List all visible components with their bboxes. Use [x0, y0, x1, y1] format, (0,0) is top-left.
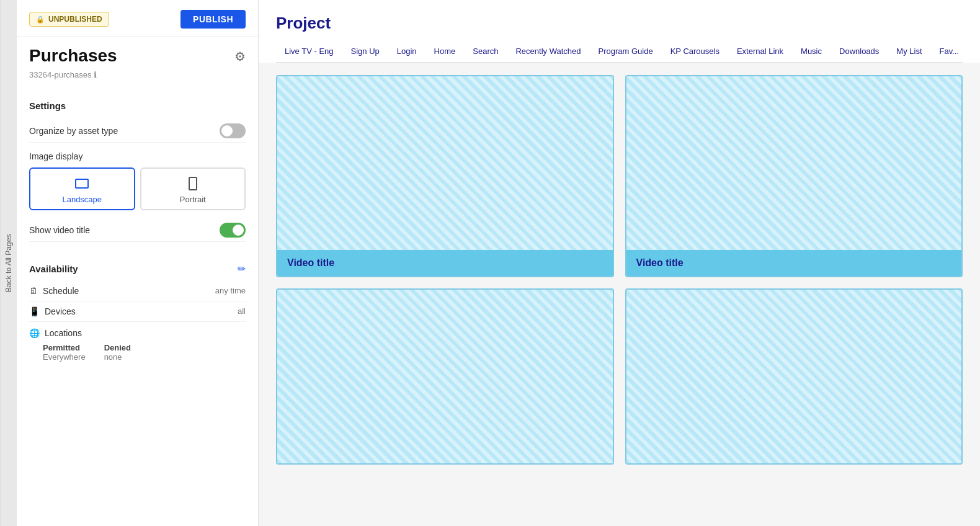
- video-card[interactable]: [276, 288, 614, 465]
- publish-button[interactable]: PUBLISH: [180, 10, 246, 29]
- image-display-section: Image display Landscape Portrait: [29, 151, 246, 210]
- top-bar: 🔒 UNPUBLISHED PUBLISH: [17, 0, 258, 37]
- nav-tab-live-tv---eng[interactable]: Live TV - Eng: [276, 42, 342, 62]
- video-card[interactable]: Video title: [625, 75, 963, 277]
- calendar-icon: 🗓: [29, 286, 38, 296]
- nav-tab-external-link[interactable]: External Link: [728, 42, 792, 62]
- organize-by-asset-row: Organize by asset type: [29, 120, 246, 143]
- devices-row: 📱 Devices all: [29, 301, 246, 322]
- landscape-button[interactable]: Landscape: [29, 167, 135, 210]
- project-title: Project: [276, 14, 963, 33]
- lock-icon: 🔒: [36, 16, 45, 24]
- show-video-title-toggle[interactable]: [220, 223, 246, 238]
- video-title-bar: Video title: [277, 250, 613, 276]
- denied-block: Denied none: [104, 343, 131, 362]
- nav-tab-music[interactable]: Music: [792, 42, 831, 62]
- info-icon: ℹ: [94, 70, 97, 79]
- video-thumbnail: [626, 76, 962, 250]
- panel-header: Purchases ⚙: [17, 37, 258, 69]
- nav-tab-login[interactable]: Login: [388, 42, 425, 62]
- nav-tab-my-list[interactable]: My List: [888, 42, 930, 62]
- availability-header: Availability ✏: [29, 263, 246, 275]
- project-header: Project Live TV - EngSign UpLoginHomeSea…: [259, 0, 980, 63]
- portrait-button[interactable]: Portrait: [140, 167, 246, 210]
- main-area: Project Live TV - EngSign UpLoginHomeSea…: [259, 0, 980, 526]
- locations-label: Locations: [45, 328, 82, 338]
- nav-tabs: Live TV - EngSign UpLoginHomeSearchRecen…: [276, 42, 963, 63]
- nav-tab-search[interactable]: Search: [464, 42, 507, 62]
- left-panel: 🔒 UNPUBLISHED PUBLISH Purchases ⚙ 33264-…: [17, 0, 259, 526]
- video-thumbnail: [626, 290, 962, 463]
- availability-title: Availability: [29, 264, 78, 274]
- settings-section: Settings Organize by asset type Image di…: [17, 89, 258, 242]
- schedule-value: any time: [215, 286, 246, 295]
- video-title-bar: Video title: [626, 250, 962, 276]
- devices-label: Devices: [45, 306, 76, 316]
- nav-tab-program-guide[interactable]: Program Guide: [590, 42, 662, 62]
- status-text: UNPUBLISHED: [48, 15, 102, 24]
- permitted-block: Permitted Everywhere: [43, 343, 86, 362]
- svg-rect-1: [189, 177, 197, 190]
- locations-block: 🌐 Locations Permitted Everywhere Denied …: [29, 322, 246, 362]
- permitted-value: Everywhere: [43, 352, 86, 362]
- page-id: 33264-purchases ℹ: [17, 69, 258, 89]
- schedule-label: Schedule: [43, 286, 79, 296]
- nav-tab-home[interactable]: Home: [425, 42, 465, 62]
- video-thumbnail: [277, 76, 613, 250]
- denied-label: Denied: [104, 343, 131, 352]
- content-area: Video titleVideo title: [259, 63, 980, 526]
- nav-tab-kp-carousels[interactable]: KP Carousels: [662, 42, 728, 62]
- show-video-title-row: Show video title: [29, 219, 246, 242]
- settings-title: Settings: [29, 100, 246, 111]
- organize-toggle[interactable]: [220, 123, 246, 138]
- svg-rect-0: [76, 179, 88, 188]
- globe-icon: 🌐: [29, 328, 40, 338]
- image-display-label: Image display: [29, 151, 246, 161]
- show-video-title-slider: [220, 223, 246, 238]
- page-title: Purchases: [29, 45, 117, 66]
- nav-tab-fav[interactable]: Fav...: [931, 42, 963, 62]
- landscape-icon: [74, 176, 89, 191]
- video-card[interactable]: Video title: [276, 75, 614, 277]
- devices-value: all: [238, 306, 246, 316]
- back-to-all-pages-tab[interactable]: Back to All Pages: [0, 0, 17, 526]
- image-display-options: Landscape Portrait: [29, 167, 246, 210]
- back-tab-label: Back to All Pages: [4, 234, 13, 292]
- nav-tab-downloads[interactable]: Downloads: [831, 42, 888, 62]
- nav-tab-recently-watched[interactable]: Recently Watched: [507, 42, 589, 62]
- video-grid: Video titleVideo title: [276, 75, 963, 465]
- denied-value: none: [104, 352, 131, 362]
- schedule-row: 🗓 Schedule any time: [29, 281, 246, 301]
- portrait-label: Portrait: [180, 195, 206, 204]
- edit-availability-icon[interactable]: ✏: [238, 263, 246, 275]
- landscape-label: Landscape: [62, 195, 102, 204]
- organize-label: Organize by asset type: [29, 126, 118, 136]
- organize-slider: [220, 123, 246, 138]
- portrait-icon: [185, 176, 200, 191]
- unpublished-badge: 🔒 UNPUBLISHED: [29, 12, 109, 27]
- nav-tab-sign-up[interactable]: Sign Up: [342, 42, 388, 62]
- permitted-label: Permitted: [43, 343, 86, 352]
- gear-icon[interactable]: ⚙: [234, 49, 246, 64]
- video-card[interactable]: [625, 288, 963, 465]
- page-id-text: 33264-purchases: [29, 70, 91, 79]
- locations-sub: Permitted Everywhere Denied none: [29, 343, 246, 362]
- availability-section: Availability ✏ 🗓 Schedule any time 📱 Dev…: [17, 252, 258, 362]
- devices-icon: 📱: [29, 306, 40, 316]
- video-thumbnail: [277, 290, 613, 463]
- show-video-title-label: Show video title: [29, 225, 90, 235]
